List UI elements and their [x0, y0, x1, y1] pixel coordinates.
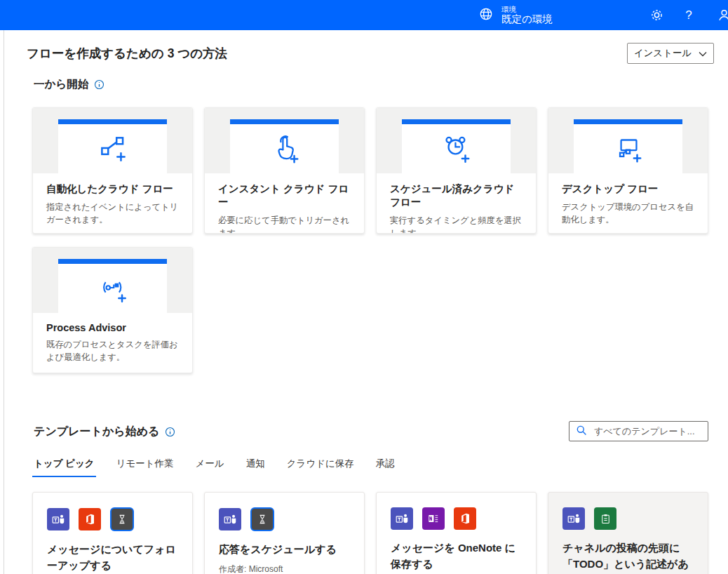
- planner-icon: [594, 507, 616, 530]
- create-card-scheduled-flow[interactable]: スケジュール済みクラウド フロー 実行するタイミングと頻度を選択します。: [376, 107, 537, 234]
- card-title: インスタント クラウド フロー: [218, 182, 351, 209]
- template-title: メッセージを OneNote に保存する: [391, 540, 522, 572]
- teams-icon: [562, 507, 585, 530]
- info-icon[interactable]: [94, 79, 105, 90]
- tab-remote-work[interactable]: リモート作業: [115, 455, 175, 477]
- card-thumbnail: [33, 108, 192, 173]
- template-search-box[interactable]: [569, 421, 708, 441]
- delay-hourglass-icon: [250, 507, 274, 531]
- office-icon: [79, 508, 101, 530]
- install-button-label: インストール: [634, 47, 692, 60]
- search-icon: [576, 425, 587, 439]
- delay-hourglass-icon: [110, 507, 134, 531]
- tab-notifications[interactable]: 通知: [245, 455, 267, 477]
- card-description: 実行するタイミングと頻度を選択します。: [390, 214, 523, 234]
- chevron-down-icon: [699, 48, 707, 59]
- tab-top-picks[interactable]: トップ ピック: [32, 455, 96, 477]
- card-title: デスクトップ フロー: [562, 182, 694, 196]
- card-description: 指定されたイベントによってトリガーされます。: [46, 201, 179, 227]
- template-title: チャネルの投稿の先頭に「TODO」という記述がある場合に Planner タスク…: [562, 540, 694, 574]
- card-thumbnail: [205, 108, 364, 173]
- tab-email[interactable]: メール: [194, 455, 226, 477]
- onenote-icon: [422, 507, 445, 530]
- template-title: メッセージについてフォローアップする: [47, 542, 178, 573]
- teams-icon: [47, 508, 69, 530]
- template-creator: 作成者: Microsoft: [219, 563, 350, 574]
- environment-globe-icon: [478, 6, 494, 25]
- create-card-process-advisor[interactable]: Process Advisor 既存のプロセスとタスクを評価および最適化します。: [32, 247, 193, 373]
- template-card[interactable]: メッセージを OneNote に保存する 作成者: Microsoft: [376, 492, 537, 574]
- environment-name: 既定の環境: [501, 13, 553, 25]
- template-title: 応答をスケジュールする: [219, 542, 350, 558]
- create-card-instant-flow[interactable]: インスタント クラウド フロー 必要に応じて手動でトリガーされます。: [204, 107, 365, 234]
- card-thumbnail: [33, 248, 192, 313]
- office-icon: [454, 507, 476, 530]
- info-icon[interactable]: [165, 427, 175, 437]
- card-description: 既存のプロセスとタスクを評価および最適化します。: [46, 338, 179, 364]
- settings-gear-icon[interactable]: [647, 0, 666, 30]
- page-title: フローを作成するための 3 つの方法: [27, 45, 227, 62]
- scheduled-alarm-icon: [439, 131, 474, 166]
- account-person-icon[interactable]: [714, 0, 728, 30]
- desktop-flow-icon: [611, 131, 646, 166]
- scratch-section-heading: 一から開始: [34, 77, 88, 92]
- tab-approval[interactable]: 承認: [375, 455, 396, 477]
- card-description: デスクトップ環境のプロセスを自動化します。: [562, 201, 694, 227]
- template-search-input[interactable]: [593, 425, 701, 437]
- card-title: 自動化したクラウド フロー: [46, 182, 179, 196]
- card-description: 必要に応じて手動でトリガーされます。: [218, 214, 351, 234]
- create-card-automated-flow[interactable]: 自動化したクラウド フロー 指定されたイベントによってトリガーされます。: [32, 107, 193, 234]
- card-title: Process Advisor: [46, 322, 179, 333]
- card-thumbnail: [377, 108, 536, 173]
- install-button[interactable]: インストール: [627, 43, 714, 64]
- template-card[interactable]: メッセージについてフォローアップする 作成者: Microsoft: [32, 492, 193, 574]
- automated-flow-icon: [95, 131, 130, 166]
- instant-touch-icon: [267, 131, 302, 166]
- top-app-bar: 環境 既定の環境 ?: [0, 0, 728, 30]
- card-thumbnail: [548, 108, 708, 173]
- create-card-desktop-flow[interactable]: デスクトップ フロー デスクトップ環境のプロセスを自動化します。: [548, 107, 708, 234]
- tab-save-to-cloud[interactable]: クラウドに保存: [285, 455, 356, 477]
- teams-icon: [391, 507, 413, 530]
- process-advisor-icon: [95, 271, 130, 306]
- environment-picker[interactable]: 環境 既定の環境: [478, 0, 553, 30]
- template-tabs: トップ ピック リモート作業 メール 通知 クラウドに保存 承認: [32, 455, 396, 477]
- card-title: スケジュール済みクラウド フロー: [390, 182, 523, 209]
- environment-label: 環境: [501, 5, 553, 13]
- template-card[interactable]: チャネルの投稿の先頭に「TODO」という記述がある場合に Planner タスク…: [548, 492, 708, 574]
- template-card[interactable]: 応答をスケジュールする 作成者: Microsoft: [204, 492, 365, 574]
- templates-section-heading: テンプレートから始める: [34, 425, 159, 439]
- help-icon[interactable]: ?: [680, 0, 697, 30]
- teams-icon: [219, 508, 241, 530]
- collapsed-sidebar-edge: [0, 30, 4, 574]
